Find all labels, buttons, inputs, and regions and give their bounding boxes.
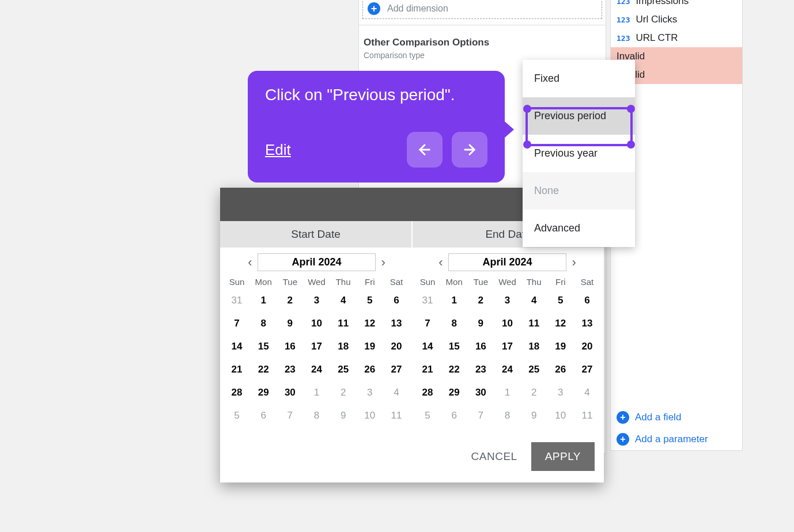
calendar-day[interactable]: 19 [357,335,383,358]
calendar-day[interactable]: 2 [467,289,494,312]
calendar-day[interactable]: 24 [303,358,330,381]
calendar-day[interactable]: 11 [521,312,547,335]
field-item[interactable]: 123Impressions [611,0,742,10]
calendar-day[interactable]: 16 [467,335,494,358]
calendar-day[interactable]: 6 [574,289,600,312]
calendar-day[interactable]: 10 [357,404,383,427]
calendar-day[interactable]: 4 [574,381,600,404]
calendar-day[interactable]: 5 [547,289,574,312]
calendar-day[interactable]: 13 [574,312,600,335]
calendar-day[interactable]: 11 [330,312,357,335]
calendar-day[interactable]: 8 [441,312,467,335]
calendar-day[interactable]: 29 [250,381,277,404]
calendar-day[interactable]: 26 [357,358,383,381]
next-month-button[interactable]: › [570,255,579,270]
calendar-day[interactable]: 19 [547,335,574,358]
next-month-button[interactable]: › [379,255,388,270]
calendar-day[interactable]: 11 [383,404,410,427]
calendar-day[interactable]: 16 [277,335,303,358]
calendar-day[interactable]: 9 [521,404,547,427]
field-item[interactable]: 123URL CTR [611,29,742,47]
calendar-day[interactable]: 8 [494,404,520,427]
calendar-day[interactable]: 30 [467,381,494,404]
apply-button[interactable]: APPLY [531,442,595,471]
calendar-day[interactable]: 9 [467,312,494,335]
calendar-day[interactable]: 1 [303,381,330,404]
calendar-day[interactable]: 11 [574,404,600,427]
calendar-day[interactable]: 28 [224,381,250,404]
calendar-day[interactable]: 5 [414,404,441,427]
calendar-day[interactable]: 5 [224,404,250,427]
calendar-day[interactable]: 23 [277,358,303,381]
calendar-day[interactable]: 10 [547,404,574,427]
calendar-day[interactable]: 31 [224,289,250,312]
calendar-day[interactable]: 5 [357,289,383,312]
calendar-day[interactable]: 23 [467,358,494,381]
calendar-day[interactable]: 14 [224,335,250,358]
calendar-day[interactable]: 27 [383,358,410,381]
option-fixed[interactable]: Fixed [523,60,635,97]
calendar-day[interactable]: 7 [224,312,250,335]
calendar-day[interactable]: 9 [277,312,303,335]
calendar-day[interactable]: 4 [383,381,410,404]
cancel-button[interactable]: CANCEL [471,450,517,463]
calendar-day[interactable]: 6 [441,404,467,427]
option-none[interactable]: None [523,172,635,210]
option-previous-period[interactable]: Previous period [523,97,635,135]
calendar-day[interactable]: 20 [574,335,600,358]
calendar-day[interactable]: 7 [414,312,441,335]
calendar-day[interactable]: 26 [547,358,574,381]
calendar-day[interactable]: 2 [521,381,547,404]
calendar-day[interactable]: 22 [250,358,277,381]
calendar-day[interactable]: 24 [494,358,520,381]
calendar-day[interactable]: 13 [383,312,410,335]
month-label[interactable]: April 2024 [448,253,566,271]
calendar-day[interactable]: 4 [330,289,357,312]
prev-month-button[interactable]: ‹ [245,255,254,270]
calendar-day[interactable]: 2 [330,381,357,404]
calendar-day[interactable]: 9 [330,404,357,427]
calendar-day[interactable]: 12 [547,312,574,335]
calendar-day[interactable]: 22 [441,358,467,381]
option-previous-year[interactable]: Previous year [523,135,635,172]
tooltip-next-button[interactable] [452,132,487,168]
tooltip-edit-link[interactable]: Edit [265,141,291,159]
field-item[interactable]: 123Url Clicks [611,10,742,29]
calendar-day[interactable]: 15 [441,335,467,358]
calendar-day[interactable]: 15 [250,335,277,358]
calendar-day[interactable]: 1 [250,289,277,312]
calendar-day[interactable]: 29 [441,381,467,404]
calendar-day[interactable]: 28 [414,381,441,404]
calendar-day[interactable]: 17 [303,335,330,358]
calendar-day[interactable]: 21 [414,358,441,381]
calendar-day[interactable]: 3 [357,381,383,404]
calendar-day[interactable]: 30 [277,381,303,404]
calendar-day[interactable]: 7 [467,404,494,427]
calendar-day[interactable]: 17 [494,335,520,358]
add-field-link[interactable]: + Add a field [611,406,742,428]
calendar-day[interactable]: 3 [494,289,520,312]
option-advanced[interactable]: Advanced [523,210,635,247]
calendar-day[interactable]: 4 [521,289,547,312]
calendar-day[interactable]: 10 [303,312,330,335]
calendar-day[interactable]: 25 [521,358,547,381]
month-label[interactable]: April 2024 [258,253,375,271]
calendar-day[interactable]: 1 [441,289,467,312]
calendar-day[interactable]: 25 [330,358,357,381]
tooltip-prev-button[interactable] [407,132,443,168]
calendar-day[interactable]: 7 [277,404,303,427]
calendar-day[interactable]: 12 [357,312,383,335]
calendar-day[interactable]: 8 [303,404,330,427]
calendar-day[interactable]: 14 [414,335,441,358]
calendar-day[interactable]: 3 [547,381,574,404]
calendar-day[interactable]: 21 [224,358,250,381]
calendar-day[interactable]: 27 [574,358,600,381]
calendar-day[interactable]: 8 [250,312,277,335]
calendar-day[interactable]: 20 [383,335,410,358]
calendar-day[interactable]: 18 [521,335,547,358]
calendar-day[interactable]: 31 [414,289,441,312]
calendar-day[interactable]: 3 [303,289,330,312]
calendar-day[interactable]: 6 [250,404,277,427]
add-dimension-button[interactable]: + Add dimension [362,0,602,19]
calendar-day[interactable]: 1 [494,381,520,404]
